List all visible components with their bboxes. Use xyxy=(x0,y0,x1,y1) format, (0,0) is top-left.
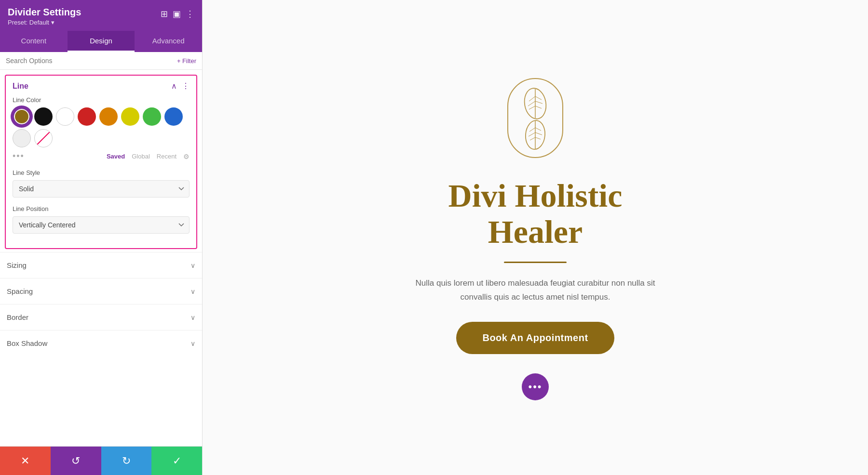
svg-line-8 xyxy=(535,106,542,108)
cta-button[interactable]: Book An Appointment xyxy=(456,322,614,354)
responsive-icon[interactable]: ⊞ xyxy=(161,9,168,19)
action-bar: ✕ ↺ ↻ ✓ xyxy=(0,446,202,475)
expand-icon[interactable]: ▣ xyxy=(173,9,181,19)
tab-design[interactable]: Design xyxy=(68,31,135,52)
line-color-label: Line Color xyxy=(13,96,190,104)
preview-content: Divi Holistic Healer Nulla quis lorem ut… xyxy=(381,55,690,419)
sizing-title: Sizing xyxy=(7,261,27,269)
svg-line-11 xyxy=(529,128,535,132)
svg-line-12 xyxy=(529,132,535,136)
color-settings-icon[interactable]: ⚙ xyxy=(183,153,190,160)
cancel-button[interactable]: ✕ xyxy=(0,447,51,475)
border-section: Border ∨ xyxy=(0,304,202,330)
color-swatch-black[interactable] xyxy=(34,107,53,126)
svg-line-3 xyxy=(529,96,535,101)
color-swatch-light[interactable] xyxy=(13,129,31,147)
color-swatch-white[interactable] xyxy=(56,107,74,126)
color-swatch-none[interactable] xyxy=(34,129,53,147)
save-button[interactable]: ✓ xyxy=(151,447,202,475)
color-swatch-yellow[interactable] xyxy=(121,107,139,126)
svg-line-5 xyxy=(529,106,535,109)
color-swatch-red[interactable] xyxy=(78,107,96,126)
site-title-line2: Healer xyxy=(488,213,583,250)
site-title: Divi Holistic Healer xyxy=(448,178,623,250)
svg-line-7 xyxy=(535,101,542,104)
box-shadow-header[interactable]: Box Shadow ∨ xyxy=(5,330,197,356)
line-style-select[interactable]: Solid Dashed Dotted xyxy=(13,180,190,198)
floating-dots-button[interactable]: ••• xyxy=(522,373,549,400)
svg-line-16 xyxy=(535,137,541,139)
site-description: Nulla quis lorem ut libero malesuada feu… xyxy=(400,277,670,304)
more-colors-button[interactable]: ••• xyxy=(13,151,25,161)
border-title: Border xyxy=(7,313,28,321)
svg-line-13 xyxy=(530,137,535,140)
line-section-title: Line xyxy=(13,82,28,91)
svg-line-14 xyxy=(535,128,541,131)
tab-advanced[interactable]: Advanced xyxy=(135,31,202,52)
line-style-label: Line Style xyxy=(13,169,190,176)
color-swatch-green[interactable] xyxy=(143,107,161,126)
sizing-section: Sizing ∨ xyxy=(0,252,202,278)
redo-button[interactable]: ↻ xyxy=(101,447,152,475)
line-section-icons: ∧ ⋮ xyxy=(171,81,190,91)
panel-preset[interactable]: Preset: Default ▾ xyxy=(8,19,81,26)
logo-svg xyxy=(504,75,567,161)
spacing-chevron: ∨ xyxy=(190,288,195,295)
divider-line xyxy=(504,262,567,263)
search-input[interactable] xyxy=(6,57,173,65)
border-chevron: ∨ xyxy=(190,314,195,321)
line-style-group: Line Style Solid Dashed Dotted xyxy=(13,169,190,198)
box-shadow-section: Box Shadow ∨ xyxy=(0,330,202,356)
tabs-bar: Content Design Advanced xyxy=(0,31,202,52)
color-tabs: Saved Global Recent ⚙ xyxy=(107,153,190,160)
spacing-header[interactable]: Spacing ∨ xyxy=(5,278,197,304)
panel-title-area: Divider Settings Preset: Default ▾ xyxy=(8,7,81,26)
right-panel: Divi Holistic Healer Nulla quis lorem ut… xyxy=(203,0,868,475)
floating-dots-label: ••• xyxy=(528,381,542,393)
svg-line-15 xyxy=(535,132,542,135)
color-tab-saved[interactable]: Saved xyxy=(107,153,125,160)
svg-line-6 xyxy=(535,96,542,100)
logo-container xyxy=(504,75,567,163)
sizing-header[interactable]: Sizing ∨ xyxy=(5,252,197,278)
color-row-bottom: ••• Saved Global Recent ⚙ xyxy=(13,151,190,161)
panel-content: Line ∧ ⋮ Line Color xyxy=(0,70,202,446)
color-tab-recent[interactable]: Recent xyxy=(157,153,176,160)
svg-line-4 xyxy=(528,101,535,106)
line-position-select[interactable]: Vertically Centered Top Bottom xyxy=(13,216,190,234)
spacing-section: Spacing ∨ xyxy=(0,278,202,304)
more-icon[interactable]: ⋮ xyxy=(186,9,194,19)
line-more-icon[interactable]: ⋮ xyxy=(182,81,190,91)
color-swatch-blue[interactable] xyxy=(164,107,183,126)
box-shadow-chevron: ∨ xyxy=(190,340,195,347)
line-color-group: Line Color ••• xyxy=(13,96,190,161)
undo-button[interactable]: ↺ xyxy=(51,447,101,475)
spacing-title: Spacing xyxy=(7,287,33,295)
left-panel: Divider Settings Preset: Default ▾ ⊞ ▣ ⋮… xyxy=(0,0,203,475)
line-position-label: Line Position xyxy=(13,205,190,212)
search-bar: + Filter xyxy=(0,52,202,70)
panel-header-icons: ⊞ ▣ ⋮ xyxy=(161,7,194,19)
filter-button[interactable]: + Filter xyxy=(177,57,196,65)
panel-header: Divider Settings Preset: Default ▾ ⊞ ▣ ⋮ xyxy=(0,0,202,31)
tab-content[interactable]: Content xyxy=(0,31,68,52)
collapse-icon[interactable]: ∧ xyxy=(171,81,177,91)
color-tab-global[interactable]: Global xyxy=(132,153,150,160)
line-section: Line ∧ ⋮ Line Color xyxy=(5,75,197,249)
line-section-body: Line Color ••• xyxy=(6,96,196,248)
border-header[interactable]: Border ∨ xyxy=(5,304,197,330)
color-swatches xyxy=(13,107,190,147)
panel-title: Divider Settings xyxy=(8,7,81,18)
sizing-chevron: ∨ xyxy=(190,262,195,269)
line-position-group: Line Position Vertically Centered Top Bo… xyxy=(13,205,190,234)
box-shadow-title: Box Shadow xyxy=(7,339,47,347)
color-swatch-brown[interactable] xyxy=(13,107,31,126)
line-section-header: Line ∧ ⋮ xyxy=(6,76,196,96)
color-swatch-orange[interactable] xyxy=(99,107,118,126)
site-title-line1: Divi Holistic xyxy=(448,177,623,214)
